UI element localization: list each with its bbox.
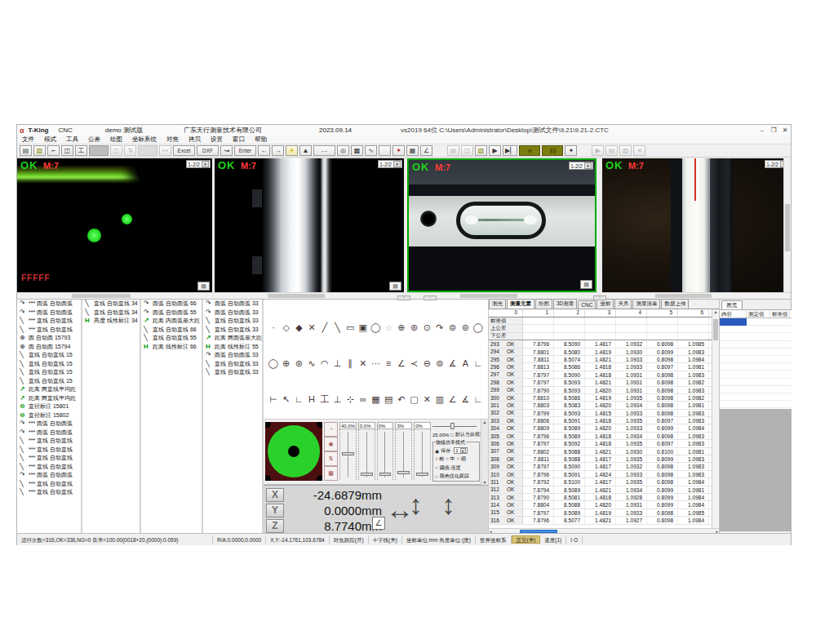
- slider-thumb[interactable]: [342, 452, 354, 455]
- light-channel-slider[interactable]: 0%: [414, 422, 431, 482]
- measurement-row[interactable]: 295OK 7.88118.50741.48211.09330.80981.09…: [489, 356, 712, 363]
- image-view-button[interactable]: ▲: [299, 145, 312, 156]
- measure-tool-icon[interactable]: ▦: [370, 394, 382, 405]
- measure-tool-icon[interactable]: ∥: [344, 358, 356, 369]
- measure-tool-icon[interactable]: ⋯: [370, 358, 382, 369]
- feature-item[interactable]: ↷ 圆弧 自动圆弧 33: [203, 351, 262, 360]
- feature-item[interactable]: ↷ *** 圆弧 自动圆弧: [17, 471, 81, 480]
- scrollbar-thumb[interactable]: [460, 294, 517, 298]
- measure-tool-icon[interactable]: ╱: [319, 322, 330, 333]
- feature-item[interactable]: ↷ *** 圆弧 自动圆弧: [17, 429, 81, 437]
- feature-item[interactable]: ╲ 直线 自动直线 33: [203, 317, 262, 326]
- measure-tool-icon[interactable]: ◆: [293, 322, 304, 333]
- feature-item[interactable]: ╲ *** 直线 自动直线: [17, 446, 81, 455]
- measurement-row[interactable]: 299OK 7.87908.50931.48201.09310.80981.09…: [489, 387, 712, 394]
- measure-tool-icon[interactable]: ◠: [319, 358, 330, 369]
- feature-item[interactable]: ↗ 距离 内圆弧最大距: [141, 317, 202, 326]
- camera-v-scrollbar[interactable]: [783, 158, 791, 292]
- feature-item[interactable]: ⊕ 圆 自动圆 15794: [17, 343, 81, 352]
- measure-tool-icon[interactable]: ◯: [268, 358, 279, 369]
- camera-view-2[interactable]: OK M:7 1-2/2▾ ▤: [215, 158, 404, 292]
- measure-tool-icon[interactable]: ✕: [421, 394, 432, 405]
- feature-item[interactable]: ↷ 圆弧 自动圆弧 66: [141, 300, 202, 309]
- element-rows[interactable]: [720, 318, 792, 408]
- measure-tool-icon[interactable]: ⊜: [434, 358, 446, 369]
- menu-item[interactable]: 窗口: [228, 135, 250, 144]
- measurement-row[interactable]: 310OK 7.87968.50911.48241.09330.80981.09…: [489, 471, 712, 478]
- measurement-row[interactable]: 304OK 7.88098.50891.48201.09330.80991.09…: [489, 424, 712, 432]
- results-tab[interactable]: CNC: [578, 300, 596, 309]
- minus-minus-button[interactable]: - -: [313, 145, 335, 156]
- results-tab[interactable]: 绘图: [535, 299, 552, 309]
- light-channel-slider[interactable]: 40.0%: [339, 422, 357, 482]
- z-axis-button[interactable]: Z: [266, 519, 284, 533]
- menu-item[interactable]: 公差: [83, 135, 105, 144]
- light-channel-slider[interactable]: 0%: [377, 422, 394, 482]
- slider-thumb[interactable]: [416, 473, 428, 476]
- feature-item[interactable]: H 高度 线性标注 34: [82, 317, 140, 326]
- feature-item[interactable]: ╲ 直线 自动直线 33: [203, 360, 262, 369]
- blank-button[interactable]: [379, 145, 391, 156]
- scrollbar-thumb[interactable]: [268, 294, 325, 298]
- light-option[interactable]: ○ 阈值-强度: [435, 464, 478, 472]
- column-tool-button[interactable]: 工: [75, 145, 87, 156]
- measure-tool-icon[interactable]: ⊥: [331, 394, 343, 405]
- feature-item[interactable]: ↗ 距离 两圆弧最大距: [203, 334, 262, 343]
- feature-item[interactable]: ╲ 直线 自动直线 66: [141, 326, 202, 335]
- save-button[interactable]: ▤: [20, 145, 32, 156]
- splitter-handle-icon[interactable]: ≡: [424, 295, 437, 300]
- feature-item[interactable]: ⊖ 直径标注 15801: [17, 402, 81, 411]
- measure-tool-icon[interactable]: ⊛: [409, 322, 420, 333]
- measurement-row[interactable]: 298OK 7.87978.50931.48211.09310.80981.09…: [489, 379, 712, 386]
- feature-item[interactable]: ↷ *** 圆弧 自动圆弧: [17, 309, 81, 318]
- measurement-row[interactable]: 301OK 7.88038.50831.48201.09340.80981.09…: [489, 402, 712, 409]
- measure-tool-icon[interactable]: ↶: [396, 394, 407, 405]
- measurement-row[interactable]: 314OK 7.88048.50881.48201.09310.80991.09…: [489, 501, 712, 509]
- feature-item[interactable]: ↷ 圆弧 自动圆弧 55: [141, 309, 202, 318]
- camera-selector[interactable]: 1-2/2▾: [378, 160, 402, 168]
- measure-tool-icon[interactable]: ⊕: [281, 358, 292, 369]
- menu-item[interactable]: 模式: [39, 135, 61, 144]
- magnification-select[interactable]: 1▾: [454, 447, 467, 454]
- scrollbar-thumb[interactable]: [72, 294, 131, 298]
- open-disabled-button[interactable]: ▧: [619, 145, 632, 156]
- edge-tool-disabled-button[interactable]: ◫: [110, 145, 122, 156]
- measure-tool-icon[interactable]: ✕: [306, 322, 317, 333]
- splitter-handle-icon[interactable]: ≡: [593, 295, 606, 300]
- measure-tool-icon[interactable]: ⊙: [421, 322, 432, 333]
- feature-item[interactable]: ╲ *** 直线 自动直线: [17, 488, 81, 497]
- pane-layers-icon[interactable]: ▤: [580, 280, 592, 289]
- feature-item[interactable]: ↷ 圆弧 自动圆弧 33: [203, 309, 262, 318]
- camera-selector[interactable]: 1-2/2▾: [186, 160, 211, 168]
- measurement-row[interactable]: 294OK 7.88018.50801.48191.09300.80991.09…: [489, 349, 712, 356]
- results-tab[interactable]: 夹具: [614, 299, 632, 309]
- measure-tool-icon[interactable]: ∟: [472, 394, 484, 404]
- arrow-right-button[interactable]: →: [272, 145, 284, 156]
- feature-item[interactable]: ╲ *** 直线 自动直线: [17, 326, 81, 335]
- measurement-row[interactable]: 305OK 7.87968.50891.48181.09340.80981.09…: [489, 433, 712, 440]
- play-disabled-button[interactable]: ▶: [592, 145, 604, 156]
- master-light-slider[interactable]: [432, 423, 480, 429]
- measure-tool-icon[interactable]: H: [306, 394, 317, 404]
- slider-thumb[interactable]: [361, 473, 373, 476]
- feature-item[interactable]: ╲ 直线 自动直线 15: [17, 351, 81, 360]
- measure-tool-icon[interactable]: ∟: [472, 358, 484, 368]
- measure-tool-icon[interactable]: ◯: [472, 322, 484, 333]
- feature-item[interactable]: ╲ *** 直线 自动直线: [17, 463, 81, 472]
- run-button[interactable]: ▶: [489, 145, 501, 156]
- measure-tool-icon[interactable]: ⊢: [268, 394, 279, 405]
- light-panel-scrollbar[interactable]: ▲ ▼: [481, 420, 488, 485]
- barcode-button[interactable]: ▦: [406, 145, 419, 156]
- excel-export-button[interactable]: Excel: [173, 145, 195, 156]
- feature-item[interactable]: ╲ 直线 自动直线 55: [141, 334, 202, 343]
- measure-tool-icon[interactable]: ▤: [383, 394, 394, 405]
- measure-tool-icon[interactable]: 工: [319, 393, 330, 406]
- level-option[interactable]: ○ 细: [457, 455, 466, 463]
- open-folder-button[interactable]: ▧: [475, 145, 487, 156]
- feature-item[interactable]: ╲ *** 直线 自动直线: [17, 480, 81, 489]
- minimize-button[interactable]: –: [756, 127, 768, 134]
- measurement-row[interactable]: 303OK 7.88068.50911.48181.09350.80971.09…: [489, 417, 712, 424]
- camera-h-scrollbar[interactable]: [602, 292, 791, 299]
- feature-item[interactable]: ╲ 直线 自动直线 33: [203, 326, 262, 335]
- ring-light-preview[interactable]: [265, 422, 322, 481]
